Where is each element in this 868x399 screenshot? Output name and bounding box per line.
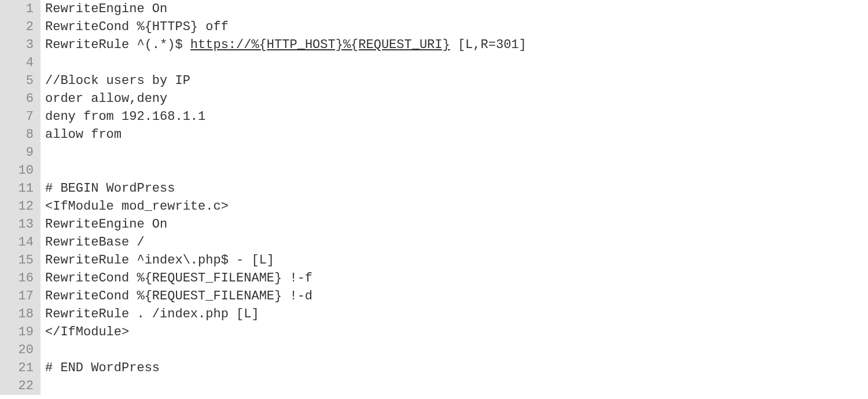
code-line[interactable]: 6order allow,deny	[0, 90, 868, 108]
line-number: 12	[0, 197, 41, 215]
line-number: 4	[0, 54, 41, 72]
line-content[interactable]: RewriteRule . /index.php [L]	[41, 305, 259, 323]
code-line[interactable]: 14RewriteBase /	[0, 233, 868, 251]
code-line[interactable]: 17RewriteCond %{REQUEST_FILENAME} !-d	[0, 287, 868, 305]
code-line[interactable]: 8allow from	[0, 126, 868, 144]
code-text-segment: </IfModule>	[45, 325, 129, 339]
code-text-segment: RewriteCond %{REQUEST_FILENAME} !-f	[45, 271, 312, 285]
code-line[interactable]: 11# BEGIN WordPress	[0, 180, 868, 197]
line-content[interactable]	[41, 144, 45, 162]
line-content[interactable]	[41, 54, 45, 72]
line-content[interactable]	[41, 162, 45, 180]
line-number: 15	[0, 251, 41, 269]
code-line[interactable]: 21# END WordPress	[0, 359, 868, 377]
code-line[interactable]: 10	[0, 162, 868, 180]
code-text-segment: RewriteRule ^index\.php$ - [L]	[45, 253, 274, 268]
code-text-segment: deny from 192.168.1.1	[45, 109, 205, 124]
code-line[interactable]: 16RewriteCond %{REQUEST_FILENAME} !-f	[0, 269, 868, 287]
code-text-segment: # END WordPress	[45, 361, 160, 375]
line-number: 13	[0, 215, 41, 233]
line-content[interactable]: RewriteRule ^index\.php$ - [L]	[41, 251, 274, 269]
line-content[interactable]: RewriteBase /	[41, 233, 145, 251]
code-line[interactable]: 20	[0, 341, 868, 359]
code-text-segment: RewriteCond %{HTTPS} off	[45, 20, 229, 34]
code-line[interactable]: 3RewriteRule ^(.*)$ https://%{HTTP_HOST}…	[0, 36, 868, 54]
code-text-segment: RewriteEngine On	[45, 217, 167, 232]
code-line[interactable]: 4	[0, 54, 868, 72]
line-content[interactable]: RewriteEngine On	[41, 0, 167, 18]
line-number: 5	[0, 72, 41, 90]
line-content[interactable]	[41, 377, 45, 395]
line-number: 3	[0, 36, 41, 54]
code-line[interactable]: 15RewriteRule ^index\.php$ - [L]	[0, 251, 868, 269]
line-content[interactable]: order allow,deny	[41, 90, 167, 108]
line-number: 7	[0, 108, 41, 126]
code-text-segment: RewriteRule ^(.*)$	[45, 38, 190, 52]
line-number: 1	[0, 0, 41, 18]
line-number: 21	[0, 359, 41, 377]
code-text-segment: RewriteCond %{REQUEST_FILENAME} !-d	[45, 289, 312, 303]
code-line[interactable]: 18RewriteRule . /index.php [L]	[0, 305, 868, 323]
line-number: 6	[0, 90, 41, 108]
line-content[interactable]: <IfModule mod_rewrite.c>	[41, 197, 229, 215]
code-line[interactable]: 9	[0, 144, 868, 162]
line-number: 17	[0, 287, 41, 305]
code-line[interactable]: 5//Block users by IP	[0, 72, 868, 90]
code-text-segment: [L,R=301]	[450, 38, 527, 52]
line-number: 18	[0, 305, 41, 323]
line-number: 14	[0, 233, 41, 251]
line-number: 16	[0, 269, 41, 287]
line-content[interactable]: RewriteRule ^(.*)$ https://%{HTTP_HOST}%…	[41, 36, 527, 54]
line-content[interactable]: RewriteCond %{HTTPS} off	[41, 18, 229, 36]
line-content[interactable]: # BEGIN WordPress	[41, 180, 175, 197]
code-text-segment: //Block users by IP	[45, 74, 190, 88]
line-content[interactable]: RewriteCond %{REQUEST_FILENAME} !-d	[41, 287, 312, 305]
line-content[interactable]	[41, 341, 45, 359]
code-text-segment: # BEGIN WordPress	[45, 181, 175, 196]
code-text-segment: RewriteBase /	[45, 235, 145, 250]
code-link-segment[interactable]: https://%{HTTP_HOST}%{REQUEST_URI}	[190, 38, 450, 52]
code-line[interactable]: 2RewriteCond %{HTTPS} off	[0, 18, 868, 36]
line-number: 22	[0, 377, 41, 395]
code-line[interactable]: 13RewriteEngine On	[0, 215, 868, 233]
line-content[interactable]: # END WordPress	[41, 359, 160, 377]
line-content[interactable]: </IfModule>	[41, 323, 129, 341]
code-text-segment: <IfModule mod_rewrite.c>	[45, 199, 229, 214]
code-text-segment: RewriteRule . /index.php [L]	[45, 307, 259, 321]
line-content[interactable]: //Block users by IP	[41, 72, 190, 90]
line-content[interactable]: RewriteEngine On	[41, 215, 167, 233]
line-number: 19	[0, 323, 41, 341]
code-text-segment: RewriteEngine On	[45, 2, 167, 16]
code-line[interactable]: 19</IfModule>	[0, 323, 868, 341]
code-line[interactable]: 1RewriteEngine On	[0, 0, 868, 18]
line-number: 2	[0, 18, 41, 36]
code-text-segment: allow from	[45, 127, 122, 142]
line-content[interactable]: RewriteCond %{REQUEST_FILENAME} !-f	[41, 269, 312, 287]
code-line[interactable]: 12<IfModule mod_rewrite.c>	[0, 197, 868, 215]
code-line[interactable]: 7deny from 192.168.1.1	[0, 108, 868, 126]
code-line[interactable]: 22	[0, 377, 868, 395]
line-number: 9	[0, 144, 41, 162]
line-content[interactable]: allow from	[41, 126, 122, 144]
line-content[interactable]: deny from 192.168.1.1	[41, 108, 205, 126]
line-number: 10	[0, 162, 41, 180]
line-number: 11	[0, 180, 41, 197]
code-text-segment: order allow,deny	[45, 91, 167, 106]
code-editor[interactable]: 1RewriteEngine On2RewriteCond %{HTTPS} o…	[0, 0, 868, 395]
line-number: 20	[0, 341, 41, 359]
line-number: 8	[0, 126, 41, 144]
